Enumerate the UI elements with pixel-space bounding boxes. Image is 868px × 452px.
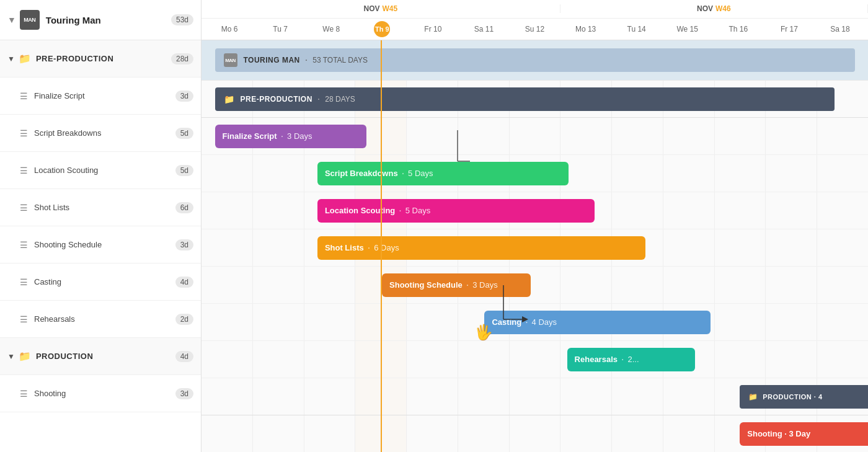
prod-bar-icon: 📁 bbox=[748, 392, 758, 401]
shooting-bar[interactable]: Shooting · 3 Day bbox=[740, 422, 868, 446]
shot-dot: · bbox=[368, 242, 370, 254]
task-icon-script: ☰ bbox=[20, 128, 28, 138]
day-sa11: Sa 11 bbox=[458, 25, 509, 33]
project-chevron[interactable]: ▼ bbox=[7, 15, 16, 25]
location-scouting-bar[interactable]: Location Scouting · 5 Days bbox=[317, 199, 595, 223]
day-mo13: Mo 13 bbox=[560, 25, 611, 33]
finalize-days: 3 Days bbox=[287, 131, 312, 141]
cursor-icon: 🖐 bbox=[474, 324, 493, 341]
day-tu14: Tu 14 bbox=[611, 25, 662, 33]
project-icon-text: MAN bbox=[24, 17, 35, 23]
gantt-chart: NOV W45 NOV W46 Mo 6 Tu 7 We 8 Th 9 Fr 1… bbox=[202, 0, 868, 452]
shot-days: 6 Days bbox=[374, 243, 399, 252]
w45-label: W45 bbox=[383, 4, 398, 13]
day-th9: Th 9 bbox=[356, 21, 407, 37]
casting-dependency-arrow bbox=[503, 285, 528, 332]
task-label-script: Script Breakdowns bbox=[34, 128, 175, 138]
finalize-dot: · bbox=[281, 131, 283, 142]
task-casting[interactable]: ☰ Casting 4d bbox=[0, 264, 201, 301]
project-days: 53d bbox=[171, 14, 193, 25]
task-shot-lists[interactable]: ☰ Shot Lists 6d bbox=[0, 189, 201, 226]
shooting-sched-label: Shooting Schedule bbox=[389, 280, 463, 290]
shooting-sched-dot: · bbox=[466, 280, 469, 291]
project-name: Touring Man bbox=[46, 15, 171, 25]
casting-days: 4 Days bbox=[532, 317, 557, 327]
task-label-rehearsals: Rehearsals bbox=[34, 314, 175, 324]
gantt-finalize-row: Finalize Script · 3 Days bbox=[202, 118, 868, 155]
gantt-shot-row: Shot Lists · 6 Days bbox=[202, 229, 868, 267]
project-bar-dot: · bbox=[305, 55, 308, 66]
task-location-scouting[interactable]: ☰ Location Scouting 5d bbox=[0, 152, 201, 189]
shot-label: Shot Lists bbox=[325, 243, 364, 252]
task-label-finalize: Finalize Script bbox=[34, 91, 175, 100]
nov-label-w45: NOV bbox=[364, 4, 380, 13]
gantt-shooting-sched-row: Shooting Schedule · 3 Days bbox=[202, 267, 868, 304]
day-fr10: Fr 10 bbox=[407, 25, 458, 33]
project-row[interactable]: ▼ MAN Touring Man 53d bbox=[0, 0, 201, 40]
nov-label-w46: NOV bbox=[697, 4, 713, 13]
task-label-shooting-sched: Shooting Schedule bbox=[34, 240, 175, 249]
gantt-body: MAN TOURING MAN · 53 TOTAL DAYS 📁 PRE-PR… bbox=[202, 40, 868, 452]
day-fr17: Fr 17 bbox=[764, 25, 815, 33]
task-days-rehearsals: 2d bbox=[175, 314, 193, 325]
folder-icon-pre: 📁 bbox=[19, 53, 31, 64]
section-chevron-pre: ▼ bbox=[7, 55, 15, 63]
rehearsals-dot: · bbox=[621, 354, 624, 365]
section-pre-production[interactable]: ▼ 📁 PRE-PRODUCTION 28d bbox=[0, 40, 201, 78]
day-we8: We 8 bbox=[306, 25, 356, 33]
project-bar[interactable]: MAN TOURING MAN · 53 TOTAL DAYS bbox=[215, 48, 855, 72]
gantt-casting-row: Casting · 4 Days 🖐 bbox=[202, 304, 868, 341]
shot-lists-bar[interactable]: Shot Lists · 6 Days bbox=[317, 236, 646, 260]
rehearsals-days: 2... bbox=[627, 355, 639, 364]
location-days: 5 Days bbox=[405, 206, 430, 215]
task-rehearsals[interactable]: ☰ Rehearsals 2d bbox=[0, 301, 201, 338]
pre-production-bar[interactable]: 📁 PRE-PRODUCTION · 28 DAYS bbox=[215, 87, 835, 111]
task-icon-location: ☰ bbox=[20, 166, 28, 175]
task-days-script: 5d bbox=[175, 128, 193, 139]
gantt-location-row: Location Scouting · 5 Days bbox=[202, 192, 868, 229]
pre-bar-label: PRE-PRODUCTION bbox=[241, 95, 312, 104]
gantt-rehearsals-row: Rehearsals · 2... bbox=[202, 341, 868, 378]
task-label-location: Location Scouting bbox=[34, 166, 175, 175]
shooting-label: Shooting · 3 Day bbox=[747, 429, 810, 438]
gantt-script-row: Script Breakdowns · 5 Days bbox=[202, 155, 868, 192]
rehearsals-label: Rehearsals bbox=[575, 355, 618, 364]
section-chevron-prod: ▼ bbox=[7, 352, 15, 361]
section-label-prod: PRODUCTION bbox=[36, 352, 175, 361]
gantt-section-pre: 📁 PRE-PRODUCTION · 28 DAYS bbox=[202, 81, 868, 118]
gantt-shooting-row: Shooting · 3 Day bbox=[202, 415, 868, 452]
project-icon: MAN bbox=[20, 10, 40, 30]
prod-bar-label: PRODUCTION · 4 bbox=[763, 393, 822, 401]
section-production[interactable]: ▼ 📁 PRODUCTION 4d bbox=[0, 338, 201, 375]
task-icon-finalize: ☰ bbox=[20, 91, 28, 101]
task-finalize-script[interactable]: ☰ Finalize Script 3d bbox=[0, 78, 201, 115]
task-icon-rehearsals: ☰ bbox=[20, 314, 28, 324]
script-breakdowns-bar[interactable]: Script Breakdowns · 5 Days bbox=[317, 162, 569, 185]
task-label-shot: Shot Lists bbox=[34, 203, 175, 212]
task-icon-shooting-sched: ☰ bbox=[20, 240, 28, 250]
day-row: Mo 6 Tu 7 We 8 Th 9 Fr 10 Sa 11 Su 12 Mo… bbox=[202, 19, 868, 40]
task-icon-shot: ☰ bbox=[20, 203, 28, 213]
task-shooting-schedule[interactable]: ☰ Shooting Schedule 3d bbox=[0, 226, 201, 264]
task-script-breakdowns[interactable]: ☰ Script Breakdowns 5d bbox=[0, 115, 201, 152]
w46-label: W46 bbox=[715, 4, 731, 13]
week-row: NOV W45 NOV W46 bbox=[202, 0, 868, 19]
pre-bar-dot: · bbox=[317, 94, 320, 105]
gantt-project-row: MAN TOURING MAN · 53 TOTAL DAYS bbox=[202, 40, 868, 81]
task-days-shooting-sched: 3d bbox=[175, 239, 193, 250]
day-mo6: Mo 6 bbox=[204, 25, 255, 33]
script-days: 5 Days bbox=[408, 169, 433, 178]
production-bar[interactable]: 📁 PRODUCTION · 4 bbox=[740, 385, 868, 409]
task-icon-casting: ☰ bbox=[20, 277, 28, 287]
script-label: Script Breakdowns bbox=[325, 169, 398, 178]
finalize-label: Finalize Script bbox=[223, 131, 277, 141]
folder-icon-prod: 📁 bbox=[19, 350, 31, 362]
location-label: Location Scouting bbox=[325, 206, 395, 215]
shooting-sched-days: 3 Days bbox=[472, 280, 497, 290]
task-days-finalize: 3d bbox=[175, 91, 193, 102]
day-sa18: Sa 18 bbox=[815, 25, 866, 33]
finalize-script-bar[interactable]: Finalize Script · 3 Days bbox=[215, 125, 366, 148]
task-shooting[interactable]: ☰ Shooting 3d bbox=[0, 375, 201, 412]
rehearsals-bar[interactable]: Rehearsals · 2... bbox=[567, 348, 696, 371]
day-we15: We 15 bbox=[662, 25, 713, 33]
